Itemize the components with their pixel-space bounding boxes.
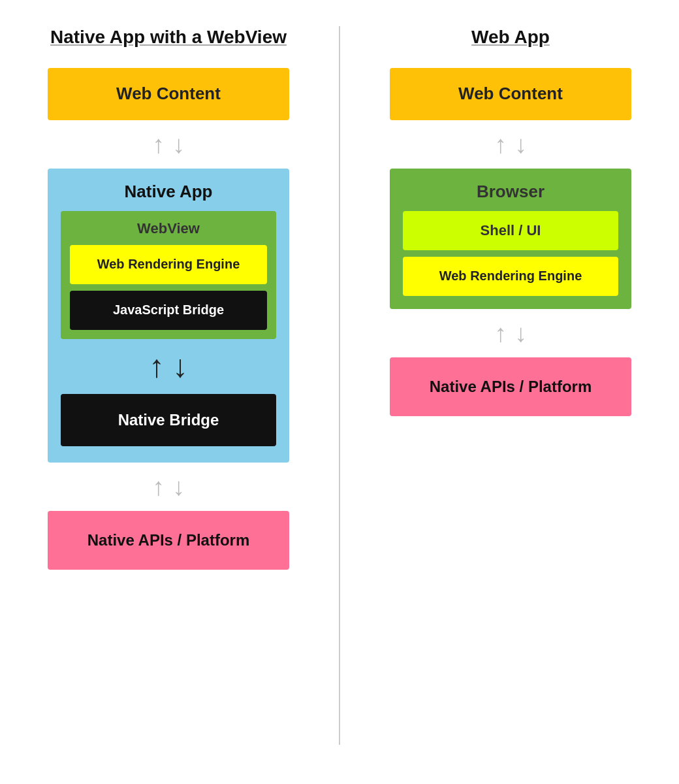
right-native-apis-box: Native APIs / Platform <box>390 357 631 416</box>
right-web-rendering-engine-box: Web Rendering Engine <box>403 257 618 296</box>
right-arrows-2: ↑ ↓ <box>494 321 527 346</box>
right-arrows-1: ↑ ↓ <box>494 132 527 157</box>
left-arrows-1: ↑ ↓ <box>152 132 185 157</box>
browser-outer-box: Browser Shell / UI Web Rendering Engine <box>390 169 631 309</box>
webview-outer-box: WebView Web Rendering Engine JavaScript … <box>61 211 276 339</box>
right-title: Web App <box>471 26 550 48</box>
native-app-label: Native App <box>125 182 213 202</box>
vertical-divider <box>339 26 340 745</box>
right-web-content-label: Web Content <box>458 84 563 104</box>
left-native-apis-label: Native APIs / Platform <box>87 531 250 549</box>
native-bridge-label: Native Bridge <box>118 411 219 429</box>
javascript-bridge-box: JavaScript Bridge <box>70 291 267 330</box>
shell-ui-label: Shell / UI <box>481 222 541 239</box>
arrow-down-icon-1: ↓ <box>172 132 185 157</box>
bold-arrow-down-icon: ↓ <box>172 351 188 382</box>
left-arrows-inner: ↑ ↓ <box>149 351 188 382</box>
native-app-outer-box: Native App WebView Web Rendering Engine … <box>48 169 289 463</box>
webview-label: WebView <box>137 220 200 237</box>
arrow-down-icon-2: ↓ <box>172 474 185 499</box>
arrow-down-icon-3: ↓ <box>514 132 527 157</box>
left-web-rendering-engine-label: Web Rendering Engine <box>97 257 240 272</box>
shell-ui-box: Shell / UI <box>403 211 618 250</box>
bold-arrow-up-icon: ↑ <box>149 351 165 382</box>
right-column: Web App Web Content ↑ ↓ Browser Shell / … <box>370 26 651 416</box>
left-title: Native App with a WebView <box>50 26 287 48</box>
arrow-up-icon-1: ↑ <box>152 132 165 157</box>
arrow-up-icon-3: ↑ <box>494 132 507 157</box>
browser-label: Browser <box>477 182 545 202</box>
right-native-apis-label: Native APIs / Platform <box>430 378 592 396</box>
left-web-rendering-engine-box: Web Rendering Engine <box>70 245 267 284</box>
left-column: Native App with a WebView Web Content ↑ … <box>28 26 309 570</box>
right-web-rendering-engine-label: Web Rendering Engine <box>439 269 582 284</box>
main-diagram: Native App with a WebView Web Content ↑ … <box>13 26 666 745</box>
left-native-apis-box: Native APIs / Platform <box>48 511 289 570</box>
arrow-up-icon-2: ↑ <box>152 474 165 499</box>
right-web-content-box: Web Content <box>390 68 631 120</box>
javascript-bridge-label: JavaScript Bridge <box>113 302 224 318</box>
left-arrows-2: ↑ ↓ <box>152 474 185 499</box>
left-web-content-box: Web Content <box>48 68 289 120</box>
arrow-up-icon-4: ↑ <box>494 321 507 346</box>
left-web-content-label: Web Content <box>116 84 221 104</box>
native-bridge-box: Native Bridge <box>61 394 276 446</box>
arrow-down-icon-4: ↓ <box>514 321 527 346</box>
